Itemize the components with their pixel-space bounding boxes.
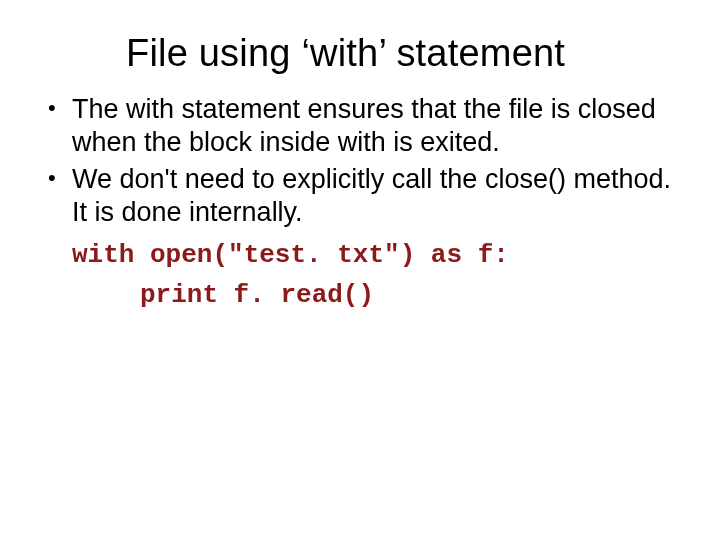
bullet-text: We don't need to explicitly call the clo… [72, 164, 671, 227]
bullet-text: The with statement ensures that the file… [72, 94, 656, 157]
list-item: We don't need to explicitly call the clo… [48, 163, 680, 229]
slide-title: File using ‘with’ statement [30, 32, 690, 75]
code-line: with open("test. txt") as f: [72, 240, 509, 270]
slide: File using ‘with’ statement The with sta… [0, 0, 720, 540]
list-item: The with statement ensures that the file… [48, 93, 680, 159]
code-block: with open("test. txt") as f: print f. re… [30, 235, 690, 316]
code-line: print f. read() [72, 275, 690, 315]
bullet-list: The with statement ensures that the file… [30, 93, 690, 229]
